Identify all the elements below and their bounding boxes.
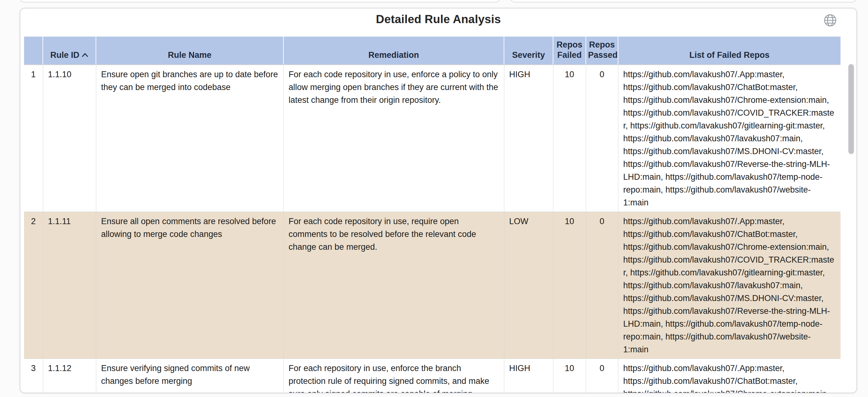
cell-repos-passed: 0	[586, 359, 618, 394]
cell-remediation: For each repository in use, enforce the …	[283, 359, 504, 394]
table-body: 1 1.1.10 Ensure open git branches are up…	[24, 65, 840, 393]
cell-failed-repos-list: https://github.com/lavakush07/.App:maste…	[618, 359, 840, 394]
cell-rule-name: Ensure all open comments are resolved be…	[96, 212, 283, 359]
header-severity: Severity	[504, 37, 553, 65]
detailed-rule-analysis-card: Detailed Rule Analysis Rule ID Rule Name…	[20, 8, 857, 393]
cell-failed-repos-list: https://github.com/lavakush07/.App:maste…	[618, 65, 840, 212]
cell-severity: HIGH	[504, 65, 553, 212]
cell-rule-name: Ensure verifying signed commits of new c…	[96, 359, 283, 394]
chevron-up-icon	[82, 50, 88, 60]
partial-card-top-left	[19, 0, 501, 2]
cell-repos-failed: 10	[553, 65, 586, 212]
header-rule-id-label: Rule ID	[50, 50, 80, 60]
header-rule-name: Rule Name	[96, 37, 283, 65]
header-rule-id[interactable]: Rule ID	[43, 37, 96, 65]
card-header: Detailed Rule Analysis	[20, 8, 857, 37]
header-repos-passed: Repos Passed	[586, 37, 618, 65]
header-remediation: Remediation	[283, 37, 504, 65]
cell-rule-id: 1.1.12	[43, 359, 96, 394]
table-header-row: Rule ID Rule Name Remediation Severity R…	[24, 37, 840, 65]
cell-rule-id: 1.1.10	[43, 65, 96, 212]
globe-icon[interactable]	[823, 13, 837, 27]
cell-rule-name: Ensure open git branches are up to date …	[96, 65, 283, 212]
partial-card-top-right	[510, 0, 857, 2]
cell-failed-repos-list: https://github.com/lavakush07/.App:maste…	[618, 212, 840, 359]
cell-repos-passed: 0	[586, 212, 618, 359]
header-failed-repos-list: List of Failed Repos	[618, 37, 840, 65]
cell-row-number: 1	[24, 65, 43, 212]
cell-severity: HIGH	[504, 359, 553, 394]
table-row: 2 1.1.11 Ensure all open comments are re…	[24, 212, 840, 359]
cell-remediation: For each code repository in use, require…	[283, 212, 504, 359]
cell-severity: LOW	[504, 212, 553, 359]
header-repos-failed: Repos Failed	[553, 37, 586, 65]
rule-analysis-table: Rule ID Rule Name Remediation Severity R…	[24, 37, 840, 393]
table-row: 1 1.1.10 Ensure open git branches are up…	[24, 65, 840, 212]
cell-rule-id: 1.1.11	[43, 212, 96, 359]
table-row: 3 1.1.12 Ensure verifying signed commits…	[24, 359, 840, 394]
cell-repos-passed: 0	[586, 65, 618, 212]
cell-repos-failed: 10	[553, 359, 586, 394]
cell-repos-failed: 10	[553, 212, 586, 359]
page-title: Detailed Rule Analysis	[20, 8, 857, 26]
vertical-scrollbar-thumb[interactable]	[848, 64, 854, 154]
cell-remediation: For each code repository in use, enforce…	[283, 65, 504, 212]
cell-row-number: 2	[24, 212, 43, 359]
header-row-number	[24, 37, 43, 65]
cell-row-number: 3	[24, 359, 43, 394]
